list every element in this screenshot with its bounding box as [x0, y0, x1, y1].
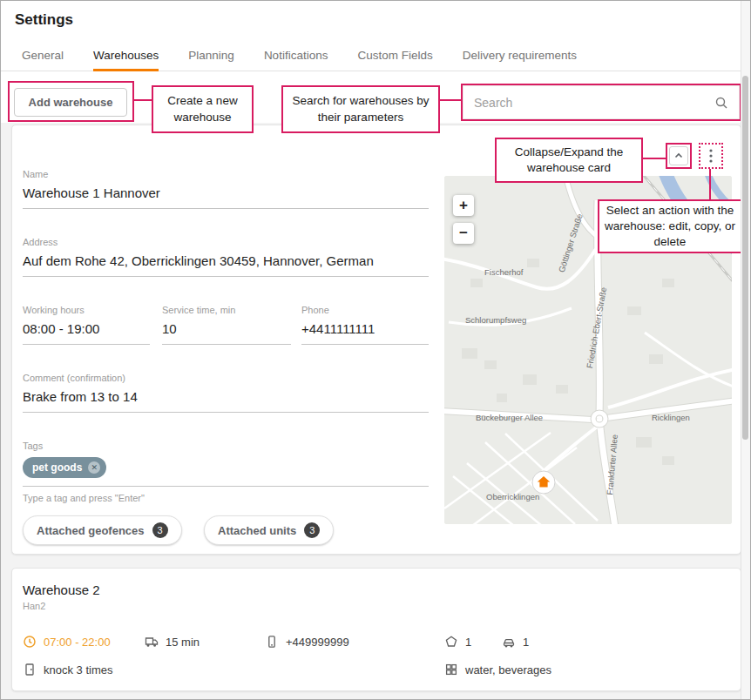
warehouse2-geofences-count: 1 — [465, 636, 471, 649]
map-label: Ricklingen — [652, 413, 690, 422]
annotation-connector — [643, 158, 666, 159]
working-hours-input[interactable]: 08:00 - 19:00 — [23, 321, 150, 344]
geofence-icon — [444, 635, 458, 649]
search-input[interactable] — [474, 96, 714, 110]
annotation-connector — [440, 99, 461, 101]
map-label: Schlorumpfsweg — [465, 315, 526, 325]
tags-input[interactable]: pet goods ✕ — [23, 457, 429, 487]
annotation-actions-hint: Select an action with the warehouse: edi… — [598, 199, 742, 253]
warehouse2-service-time: 15 min — [145, 633, 200, 650]
warehouse2-id: Han2 — [23, 601, 45, 611]
warehouse2-working-hours-text: 07:00 - 22:00 — [44, 636, 111, 649]
annotation-search-hint: Search for warehouses by their parameter… — [281, 85, 440, 133]
comment-field: Comment (confirmation) Brake from 13 to … — [23, 373, 429, 413]
service-time-label: Service time, min — [162, 305, 291, 315]
map-label: Oberricklingen — [486, 492, 539, 501]
attached-units-button[interactable]: Attached units 3 — [204, 515, 334, 545]
address-input[interactable]: Auf dem Rohe 42, Oberricklingen 30459, H… — [23, 253, 429, 276]
phone-field: Phone +4411111111 — [301, 305, 429, 345]
warehouse2-phone: +449999999 — [265, 633, 349, 650]
add-warehouse-button[interactable]: Add warehouse — [14, 88, 127, 117]
attached-geofences-button[interactable]: Attached geofences 3 — [23, 515, 182, 545]
tags-field: Tags pet goods ✕ Type a tag and press "E… — [23, 441, 429, 503]
attached-units-label: Attached units — [218, 524, 296, 537]
page-title: Settings — [15, 11, 73, 29]
tab-planning[interactable]: Planning — [188, 39, 234, 71]
warehouse2-phone-text: +449999999 — [286, 636, 349, 649]
warehouse2-comment: knock 3 times — [23, 661, 112, 678]
warehouse2-units-count: 1 — [523, 636, 529, 649]
collapse-highlight-frame — [666, 143, 692, 169]
tags-label: Tags — [23, 441, 429, 451]
warehouse-card: Collapse/Expand the warehouse card Selec… — [11, 125, 741, 555]
annotation-create-warehouse: Create a new warehouse — [152, 85, 254, 133]
tags-helper-text: Type a tag and press "Enter" — [23, 493, 429, 503]
warehouse2-goods-text: water, beverages — [465, 663, 551, 676]
map-label: Bückeburger Allee — [476, 413, 543, 422]
units-count-badge: 3 — [304, 522, 320, 538]
annotation-connector — [134, 99, 152, 101]
warehouse2-name: Warehouse 2 — [23, 582, 100, 597]
search-icon[interactable] — [714, 96, 728, 110]
attached-geofences-label: Attached geofences — [37, 524, 145, 537]
tag-chip-label: pet goods — [32, 461, 82, 474]
tab-custom-fields[interactable]: Custom Fields — [357, 39, 432, 71]
name-label: Name — [23, 169, 429, 179]
service-time-input[interactable]: 10 — [162, 321, 291, 344]
phone-input[interactable]: +4411111111 — [301, 321, 429, 344]
warehouse2-comment-text: knock 3 times — [44, 663, 112, 676]
address-label: Address — [23, 237, 429, 247]
warehouse2-working-hours: 07:00 - 22:00 — [23, 633, 111, 650]
warehouse-marker[interactable] — [532, 471, 555, 494]
car-icon — [502, 635, 516, 649]
comment-input[interactable]: Brake from 13 to 14 — [23, 389, 429, 412]
tag-chip[interactable]: pet goods ✕ — [23, 457, 106, 478]
geofences-count-badge: 3 — [152, 522, 168, 538]
kebab-menu-icon — [709, 149, 713, 163]
phone-icon — [265, 635, 279, 649]
map-label: Fischerhof — [484, 267, 524, 277]
zoom-in-button[interactable]: + — [453, 195, 474, 216]
warehouse2-service-time-text: 15 min — [166, 636, 200, 649]
truck-icon — [145, 635, 159, 649]
door-knock-icon — [23, 663, 37, 676]
working-hours-label: Working hours — [23, 305, 150, 315]
search-field — [463, 85, 740, 119]
settings-window: Settings General Warehouses Planning Not… — [0, 0, 751, 700]
warehouse2-units: 1 — [502, 633, 529, 650]
clock-icon — [23, 635, 37, 649]
annotation-connector — [709, 169, 711, 199]
collapse-card-button[interactable] — [669, 146, 688, 165]
card-actions-menu-button[interactable] — [709, 149, 713, 163]
chevron-up-icon — [673, 150, 685, 162]
working-hours-field: Working hours 08:00 - 19:00 — [23, 305, 150, 345]
warehouse-card-collapsed[interactable]: Warehouse 2 Han2 07:00 - 22:00 15 min +4… — [11, 568, 741, 691]
tab-warehouses[interactable]: Warehouses — [93, 39, 159, 71]
warehouse2-geofences: 1 — [444, 633, 471, 650]
warehouse2-goods: water, beverages — [444, 661, 551, 678]
goods-grid-icon — [444, 663, 458, 676]
scrollbar-thumb[interactable] — [742, 76, 748, 440]
name-field: Name Warehouse 1 Hannover — [23, 169, 429, 209]
name-input[interactable]: Warehouse 1 Hannover — [23, 185, 429, 208]
actions-highlight-frame — [699, 143, 723, 169]
scrollbar[interactable] — [741, 1, 750, 699]
address-field: Address Auf dem Rohe 42, Oberricklingen … — [23, 237, 429, 277]
tab-delivery-requirements[interactable]: Delivery requirements — [463, 39, 577, 71]
tab-general[interactable]: General — [22, 39, 64, 71]
tab-bar: General Warehouses Planning Notification… — [1, 39, 742, 71]
comment-label: Comment (confirmation) — [23, 373, 429, 383]
phone-label: Phone — [301, 305, 429, 315]
annotation-collapse-hint: Collapse/Expand the warehouse card — [495, 138, 643, 183]
remove-tag-icon[interactable]: ✕ — [88, 461, 100, 474]
zoom-out-button[interactable]: − — [453, 223, 474, 244]
service-time-field: Service time, min 10 — [162, 305, 291, 345]
tab-notifications[interactable]: Notifications — [264, 39, 328, 71]
